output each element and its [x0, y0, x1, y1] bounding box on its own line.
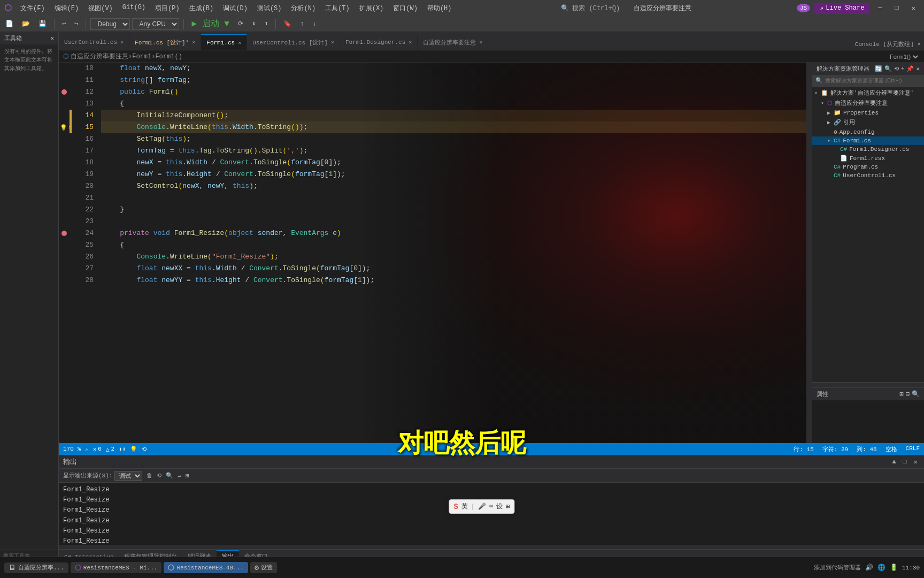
properties-icon-2[interactable]: ⊟ [906, 390, 910, 398]
output-toggle-btn[interactable]: ⟲ [157, 472, 161, 479]
tree-item-properties[interactable]: ▶ 📁 Properties [812, 108, 924, 117]
menu-tools[interactable]: 工具(T) [321, 2, 354, 15]
debug-config-select[interactable]: Debug [90, 18, 130, 30]
toolbar-open[interactable]: 📂 [19, 19, 33, 29]
toolbar-extra-3[interactable]: ↓ [310, 19, 320, 29]
tree-item-form1-designer[interactable]: C# Form1.Designer.cs [812, 145, 924, 154]
breadcrumb-file[interactable]: Form1 [132, 53, 151, 60]
live-share-button[interactable]: ↗ Live Share [814, 3, 869, 14]
taskbar-item-1[interactable]: 🖥 自适应分辨率... [4, 562, 68, 573]
tab-adaptive[interactable]: 自适应分辨率要注意 ✕ [418, 34, 488, 50]
method-dropdown[interactable]: Form1() [888, 53, 920, 60]
menu-test[interactable]: 测试(S) [253, 2, 286, 15]
menu-analyze[interactable]: 分析(N) [287, 2, 320, 15]
tab-usercontrol1-design[interactable]: UserControl1.cs [设计] ✕ [247, 34, 340, 50]
status-warnings[interactable]: △ 2 [106, 446, 114, 453]
ime-keyboard[interactable]: ⌨ [489, 503, 493, 511]
tree-item-usercontrol1[interactable]: C# UserControl1.cs [812, 171, 924, 180]
ime-lang[interactable]: 英 [461, 502, 468, 511]
output-line-5: Form1_Resize [63, 526, 920, 536]
menu-file[interactable]: 文件(F) [16, 2, 49, 15]
solution-h-scrollbar[interactable] [812, 382, 924, 387]
menu-extensions[interactable]: 扩展(X) [355, 2, 388, 15]
tree-item-program[interactable]: C# Program.cs [812, 163, 924, 171]
menu-help[interactable]: 帮助(H) [423, 2, 456, 15]
breadcrumb-project[interactable]: 自适应分辨率要注意 [71, 52, 128, 61]
taskbar-item-resistance[interactable]: ⬡ ResistanceMES-40... [164, 562, 248, 573]
tab-form1-designer-close[interactable]: ✕ [192, 39, 195, 45]
breadcrumb-method[interactable]: Form1() [155, 53, 182, 60]
tree-item-solution[interactable]: ▾ 📋 解决方案'自适应分辨率要注意' [812, 88, 924, 98]
close-button[interactable]: ✕ [907, 3, 920, 13]
cpu-config-select[interactable]: Any CPU [132, 18, 179, 30]
output-up-btn[interactable]: ▲ [890, 458, 898, 466]
toolbox-close[interactable]: ✕ [50, 35, 54, 42]
menu-edit[interactable]: 编辑(E) [50, 2, 83, 15]
toolbar-save[interactable]: 💾 [35, 19, 50, 29]
output-close-btn[interactable]: ✕ [911, 458, 920, 466]
tree-item-project[interactable]: ▾ ⬡ 自适应分辨率要注意 [812, 98, 924, 108]
solution-explorer-toggle-1[interactable]: 🔄 [875, 65, 882, 72]
vertical-scrollbar[interactable] [806, 63, 812, 443]
tab-form1[interactable]: Form1.cs ✕ [201, 34, 247, 50]
ime-settings[interactable]: 设 [496, 502, 503, 511]
output-float-btn[interactable]: □ [900, 458, 909, 466]
ln-13: 13 [76, 98, 97, 110]
run-button[interactable]: ▶ 启动 ▼ [188, 17, 232, 31]
output-extra-1[interactable]: ⊞ [186, 472, 189, 479]
menu-git[interactable]: Git(G) [118, 2, 150, 15]
output-find-btn[interactable]: 🔍 [166, 472, 173, 479]
taskbar-item-vs[interactable]: ⬡ ResistanceMES - Mi... [71, 562, 162, 573]
toolbar-extra-1[interactable]: 🔖 [280, 19, 295, 29]
solution-explorer-sync[interactable]: ⟲ [894, 65, 899, 72]
menu-build[interactable]: 生成(B) [185, 2, 218, 15]
tab-form1-designer-cs[interactable]: Form1.Designer.cs ✕ [340, 34, 418, 50]
tab-usercontrol1[interactable]: UserControl1.cs ✕ [59, 34, 129, 50]
solution-explorer-new[interactable]: + [901, 65, 905, 72]
code-lines[interactable]: float newX, newY; string[] formTag; publ… [101, 63, 806, 443]
title-search[interactable]: 搜索 (Ctrl+Q) [572, 4, 620, 13]
menu-window[interactable]: 窗口(W) [389, 2, 422, 15]
breadcrumb-icon: ⬡ [63, 52, 68, 60]
properties-icon-1[interactable]: ⊞ [900, 390, 904, 398]
minimize-button[interactable]: ─ [874, 3, 886, 13]
ime-grid[interactable]: ⊞ [506, 503, 510, 511]
debug-step-into[interactable]: ⬇ [249, 19, 259, 29]
taskbar-item-settings[interactable]: ⚙ 设置 [250, 562, 277, 573]
toolbar-undo[interactable]: ↩ [59, 19, 69, 29]
tree-item-appconfig[interactable]: ⚙ App.config [812, 127, 924, 136]
solution-search-input[interactable] [825, 78, 921, 83]
menu-debug[interactable]: 调试(D) [219, 2, 252, 15]
solution-explorer-pin[interactable]: 📌 [906, 65, 914, 72]
solution-explorer-search-icon[interactable]: 🔍 [884, 65, 892, 72]
toolbar-new-file[interactable]: 📄 [2, 19, 17, 29]
debug-step-out[interactable]: ⬆ [261, 19, 271, 29]
tab-form1-designer-cs-close[interactable]: ✕ [409, 39, 412, 45]
tab-form1-close[interactable]: ✕ [238, 40, 241, 46]
console-tab[interactable]: Console [从元数组] × [852, 38, 924, 50]
debug-step-over[interactable]: ⟳ [235, 19, 247, 29]
menu-project[interactable]: 项目(P) [151, 2, 184, 15]
output-clear-btn[interactable]: 🗑 [147, 472, 152, 479]
output-wrap-btn[interactable]: ↵ [178, 472, 181, 479]
tab-adaptive-close[interactable]: ✕ [479, 39, 482, 45]
toolbar-redo[interactable]: ↪ [71, 19, 81, 29]
properties-search[interactable]: 🔍 [912, 390, 920, 398]
menu-view[interactable]: 视图(V) [84, 2, 117, 15]
toolbar-extra-2[interactable]: ↑ [297, 19, 307, 29]
tab-usercontrol1-close[interactable]: ✕ [120, 39, 124, 45]
ime-mic[interactable]: 🎤 [478, 503, 486, 511]
solution-explorer-close[interactable]: ✕ [916, 65, 920, 72]
tree-item-form1[interactable]: ▾ C# Form1.cs [812, 136, 924, 145]
tree-item-form1-resx[interactable]: 📄 Form1.resx [812, 154, 924, 163]
systray-add-code[interactable]: 添加到代码管理器 [814, 564, 861, 572]
status-errors[interactable]: ✕ 0 [93, 446, 102, 453]
tree-item-refs[interactable]: ▶ 🔗 引用 [812, 117, 924, 127]
output-h-scrollbar[interactable] [59, 545, 924, 549]
status-extra-1: ⟲ [142, 446, 147, 453]
maximize-button[interactable]: □ [891, 3, 903, 13]
editor-area[interactable]: 💡 ➤ [59, 63, 812, 443]
tab-usercontrol1-design-close[interactable]: ✕ [331, 39, 334, 45]
tab-form1-designer[interactable]: Form1.cs [设计]* ✕ [129, 34, 201, 50]
output-source-select[interactable]: 调试 [114, 471, 142, 481]
